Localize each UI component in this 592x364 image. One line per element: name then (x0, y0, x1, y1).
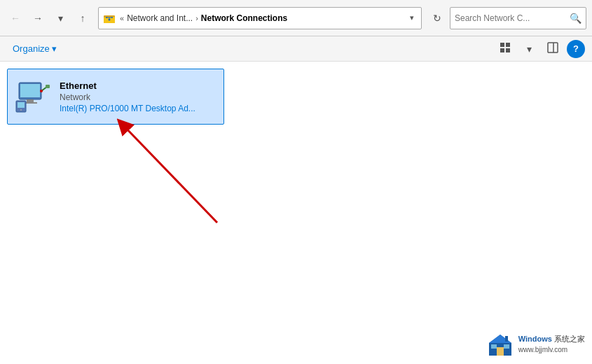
breadcrumb-dropdown-button[interactable]: ▾ (407, 12, 417, 24)
windows-label: Windows (518, 335, 552, 343)
forward-button[interactable]: → (28, 8, 48, 28)
watermark: Windows 系统之家 www.bjjmlv.com (488, 332, 585, 357)
svg-point-23 (20, 109, 22, 111)
item-name: Ethernet (60, 80, 195, 91)
help-button[interactable]: ? (567, 40, 585, 58)
breadcrumb-current: Network Connections (201, 13, 287, 23)
up-button[interactable]: ↑ (73, 8, 92, 28)
preview-pane-icon (547, 42, 558, 55)
svg-point-7 (106, 17, 107, 18)
svg-point-24 (40, 90, 43, 92)
svg-line-26 (123, 125, 217, 223)
toolbar-right: ▾ ? (495, 39, 585, 59)
svg-rect-11 (500, 48, 504, 52)
refresh-button[interactable]: ↻ (427, 8, 447, 28)
ethernet-icon (15, 78, 51, 115)
search-button[interactable]: 🔍 (570, 13, 581, 24)
svg-rect-29 (497, 347, 504, 356)
item-adapter: Intel(R) PRO/1000 MT Desktop Ad... (60, 104, 195, 113)
search-input[interactable] (455, 13, 567, 23)
organize-dropdown-icon: ▾ (52, 43, 57, 54)
svg-point-3 (109, 18, 111, 20)
help-icon: ? (573, 43, 579, 54)
svg-rect-10 (506, 43, 510, 47)
windows-icon (488, 332, 513, 357)
view-grid-button[interactable] (495, 39, 515, 59)
svg-marker-28 (489, 335, 511, 343)
svg-rect-13 (548, 43, 558, 52)
search-box[interactable]: 🔍 (450, 7, 586, 29)
svg-rect-22 (18, 102, 25, 108)
item-info: Ethernet Network Intel(R) PRO/1000 MT De… (60, 80, 195, 113)
address-input-wrap[interactable]: « Network and Int... › Network Connectio… (98, 7, 422, 29)
svg-point-8 (111, 17, 113, 18)
svg-rect-30 (491, 344, 497, 349)
breadcrumb: « Network and Int... › Network Connectio… (120, 13, 403, 23)
svg-rect-16 (20, 84, 40, 97)
view-grid-icon (500, 42, 511, 55)
breadcrumb-separator1: « (120, 14, 124, 22)
svg-rect-20 (46, 85, 50, 88)
search-icon: 🔍 (570, 13, 581, 24)
breadcrumb-folder-icon (103, 12, 116, 24)
address-bar: ← → ▾ ↑ « Network and Int... › Network C… (0, 0, 592, 36)
breadcrumb-parent[interactable]: Network and Int... (127, 13, 193, 23)
breadcrumb-separator2: › (195, 14, 198, 22)
svg-rect-31 (504, 344, 509, 349)
view-dropdown-button[interactable]: ▾ (519, 39, 539, 59)
main-content: Ethernet Network Intel(R) PRO/1000 MT De… (0, 62, 592, 364)
ethernet-item[interactable]: Ethernet Network Intel(R) PRO/1000 MT De… (7, 69, 224, 125)
item-status: Network (60, 92, 195, 102)
organize-label: Organize (13, 43, 50, 54)
site-text: 系统之家 (554, 335, 585, 343)
svg-rect-12 (506, 48, 510, 52)
svg-rect-17 (27, 99, 34, 102)
site-url: www.bjjmlv.com (518, 345, 585, 355)
preview-pane-button[interactable] (543, 39, 563, 59)
svg-rect-32 (505, 336, 508, 342)
watermark-text: Windows 系统之家 www.bjjmlv.com (518, 334, 585, 354)
svg-rect-9 (500, 43, 504, 47)
back-button[interactable]: ← (6, 8, 25, 28)
organize-button[interactable]: Organize ▾ (7, 41, 62, 57)
command-bar: Organize ▾ ▾ (0, 36, 592, 62)
dropdown-button[interactable]: ▾ (50, 8, 70, 28)
view-dropdown-icon: ▾ (527, 43, 532, 55)
